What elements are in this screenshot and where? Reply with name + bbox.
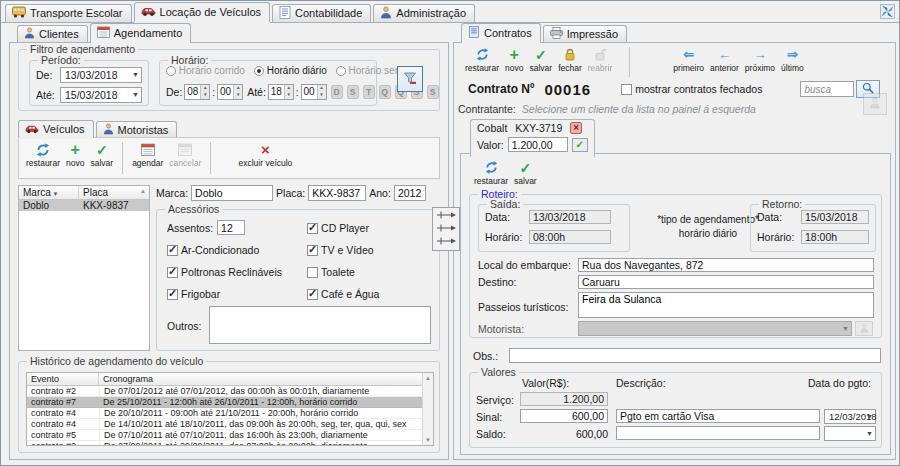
vehicle-row[interactable]: Doblo KKX-9837 <box>19 200 149 211</box>
panel-splitter-handle[interactable] <box>432 207 460 251</box>
radio-horario-diario[interactable]: Horário diário <box>254 65 327 76</box>
hour-to-stepper[interactable]: 18▲▼ <box>268 84 294 100</box>
historico-row[interactable]: contrato #2De 27/09/2011 até 29/09/2011,… <box>27 441 422 445</box>
reabrir-button[interactable]: reabrir <box>585 45 616 75</box>
scroll-down-icon[interactable]: ▼ <box>423 437 433 443</box>
retorno-data-input[interactable] <box>801 210 869 224</box>
checkbox-tv-video[interactable]: TV e Vídeo <box>307 244 374 256</box>
salvar-button[interactable]: ✓ salvar <box>511 158 540 188</box>
checkbox-poltronas[interactable]: Poltronas Reclináveis <box>167 266 282 278</box>
retorno-horario-input[interactable] <box>801 230 869 244</box>
ultimo-button[interactable]: ⇒ último <box>778 45 807 75</box>
historico-row[interactable]: contrato #4De 20/10/2011 - 09:00h até 21… <box>27 408 422 419</box>
tab-contabilidade[interactable]: Contabilidade <box>272 4 371 22</box>
stepper-down-icon[interactable]: ▼ <box>234 92 242 99</box>
restaurar-button[interactable]: restaurar <box>471 158 511 188</box>
proximo-button[interactable]: → próximo <box>742 45 778 75</box>
column-header-cronograma[interactable]: Cronograma <box>99 373 422 385</box>
stepper-down-icon[interactable]: ▼ <box>285 92 293 99</box>
column-header-evento[interactable]: Evento <box>27 373 99 385</box>
stepper-up-icon[interactable]: ▲ <box>285 85 293 92</box>
stepper-up-icon[interactable]: ▲ <box>318 85 326 92</box>
vehicle-grid[interactable]: Marca ▼ Placa ▲ Doblo KKX-9837 <box>18 185 150 351</box>
checkbox-ar-condicionado[interactable]: Ar-Condicionado <box>167 244 259 256</box>
obs-input[interactable] <box>509 348 881 363</box>
tab-impressao[interactable]: Impressão <box>543 25 627 43</box>
tab-veiculos[interactable]: Veículos <box>18 120 94 138</box>
destino-input[interactable] <box>578 275 874 289</box>
tab-administracao[interactable]: Administração <box>373 4 475 22</box>
periodo-de-datepicker[interactable]: 13/03/2018 ▼ <box>60 67 142 83</box>
stepper-buttons[interactable]: ▲▼ <box>317 85 326 99</box>
busca-input[interactable] <box>800 81 854 97</box>
stepper-down-icon[interactable]: ▼ <box>201 92 209 99</box>
periodo-ate-datepicker[interactable]: 15/03/2018 ▼ <box>60 87 142 103</box>
fechar-button[interactable]: fechar <box>555 45 585 75</box>
historico-header[interactable]: Evento Cronograma <box>27 373 422 386</box>
checkbox-cafe-agua[interactable]: Café e Água <box>307 288 379 300</box>
day-button-sabado[interactable]: S <box>427 85 439 99</box>
stepper-buttons[interactable]: ▲▼ <box>284 85 293 99</box>
novo-button[interactable]: + novo <box>502 45 526 75</box>
historico-table[interactable]: Evento Cronograma contrato #2De 07/01/20… <box>26 372 434 446</box>
historico-row[interactable]: contrato #2De 07/01/2012 até 07/01/2012,… <box>27 386 422 397</box>
apply-filter-button[interactable] <box>397 66 423 92</box>
valor-input[interactable] <box>508 137 568 152</box>
column-header-marca[interactable]: Marca ▼ <box>19 186 79 199</box>
primeiro-button[interactable]: ⇐ primeiro <box>670 45 707 75</box>
restaurar-button[interactable]: restaurar <box>23 140 63 170</box>
checkbox-frigobar[interactable]: Frigobar <box>167 288 220 300</box>
salvar-button[interactable]: ✓ salvar <box>526 45 555 75</box>
minute-to-stepper[interactable]: 00▲▼ <box>301 84 327 100</box>
outros-textarea[interactable] <box>209 306 431 344</box>
checkbox-cd-player[interactable]: CD Player <box>307 222 369 234</box>
saldo-data-select[interactable]: ▼ <box>824 426 876 441</box>
day-button-segunda[interactable]: S <box>347 85 359 99</box>
assentos-input[interactable] <box>217 220 245 235</box>
show-closed-checkbox[interactable]: mostrar contratos fechados <box>621 83 762 95</box>
contract-vehicle-tab[interactable]: Cobalt KXY-3719 × Valor: ✓ <box>470 119 595 157</box>
confirm-valor-button[interactable]: ✓ <box>572 138 588 152</box>
anterior-button[interactable]: ← anterior <box>707 45 742 75</box>
radio-horario-corrido[interactable]: Horário corrido <box>166 65 245 76</box>
passeios-textarea[interactable]: Feira da Sulanca <box>578 292 874 318</box>
local-embarque-input[interactable] <box>578 258 874 272</box>
marca-input[interactable] <box>191 185 273 201</box>
servico-valor-input[interactable] <box>520 392 608 406</box>
historico-row[interactable]: contrato #4De 14/10/2011 até 18/10/2011,… <box>27 419 422 430</box>
vehicle-grid-header[interactable]: Marca ▼ Placa ▲ <box>19 186 149 200</box>
column-header-placa[interactable]: Placa <box>79 186 137 199</box>
tab-clientes[interactable]: Clientes <box>17 25 88 43</box>
hour-from-stepper[interactable]: 08▲▼ <box>184 84 210 100</box>
stepper-down-icon[interactable]: ▼ <box>318 92 326 99</box>
select-client-button[interactable] <box>863 93 887 115</box>
restaurar-button[interactable]: restaurar <box>462 45 502 75</box>
stepper-up-icon[interactable]: ▲ <box>201 85 209 92</box>
tab-locacao-de-veiculos[interactable]: Locação de Veículos <box>134 2 271 22</box>
close-tab-icon[interactable]: × <box>570 122 582 134</box>
historico-row-selected[interactable]: contrato #7De 25/10/2011 - 12:00h até 26… <box>27 397 422 408</box>
scroll-up-icon[interactable]: ▲ <box>423 373 433 381</box>
tab-motoristas[interactable]: Motoristas <box>96 121 178 138</box>
day-button-quarta[interactable]: Q <box>379 85 391 99</box>
agendar-button[interactable]: agendar <box>129 140 166 170</box>
saldo-descricao-input[interactable] <box>616 426 820 440</box>
tab-agendamento[interactable]: Agendamento <box>90 23 192 43</box>
day-button-domingo[interactable]: D <box>331 85 343 99</box>
placa-input[interactable] <box>308 185 366 201</box>
ano-input[interactable] <box>394 185 426 201</box>
scroll-up-icon[interactable]: ▲ <box>137 186 149 199</box>
stepper-buttons[interactable]: ▲▼ <box>200 85 209 99</box>
stepper-up-icon[interactable]: ▲ <box>234 85 242 92</box>
salvar-button[interactable]: ✓ salvar <box>87 140 116 170</box>
saida-horario-input[interactable] <box>529 230 611 244</box>
sinal-descricao-input[interactable] <box>616 409 820 423</box>
novo-button[interactable]: + novo <box>63 140 87 170</box>
tab-transporte-escolar[interactable]: Transporte Escolar <box>5 4 132 22</box>
app-pinwheel-icon[interactable] <box>880 4 895 21</box>
saida-data-input[interactable] <box>529 210 611 224</box>
minute-from-stepper[interactable]: 00▲▼ <box>217 84 243 100</box>
cancelar-button[interactable]: cancelar <box>166 140 204 170</box>
stepper-buttons[interactable]: ▲▼ <box>233 85 242 99</box>
sinal-data-select[interactable]: 12/03/2018 ▼ <box>824 409 876 424</box>
